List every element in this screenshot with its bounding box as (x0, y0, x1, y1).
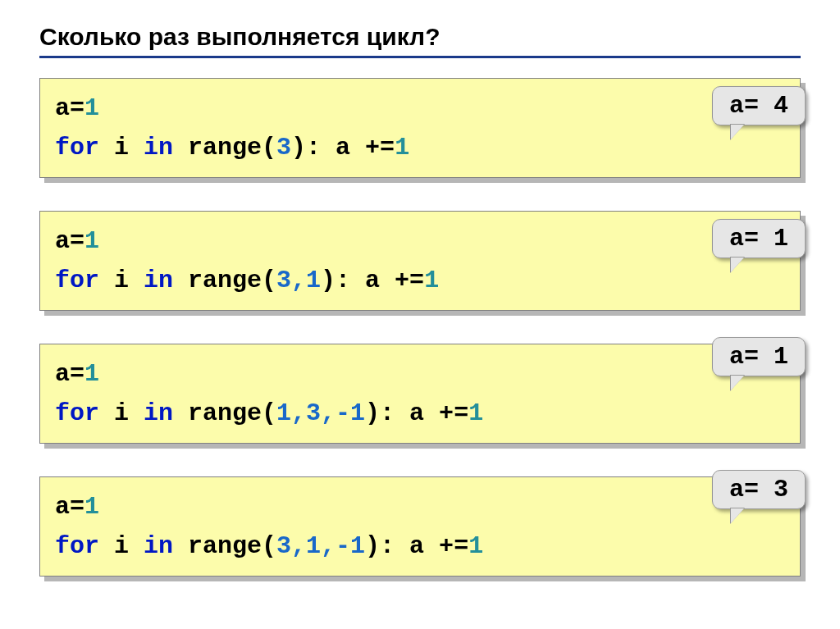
example-block: a=1 for i in range(3,1,-1): a +=1 a= 3 (39, 476, 801, 577)
code-text: i (99, 134, 144, 162)
code-keyword: for (55, 399, 99, 427)
code-text: range( (173, 399, 276, 427)
code-text: = (70, 227, 84, 255)
code-box: a=1 for i in range(3,1,-1): a +=1 (39, 476, 801, 577)
answer-text: a (729, 225, 744, 253)
code-text: i (99, 399, 144, 427)
page-title: Сколько раз выполняется цикл? (39, 23, 801, 51)
code-line-2: for i in range(3,1,-1): a +=1 (55, 526, 785, 566)
code-text: range( (173, 134, 276, 162)
answer-bubble: a= 3 (712, 470, 806, 509)
code-keyword: in (144, 532, 173, 560)
answer-text: = (744, 476, 759, 504)
code-keyword: in (144, 399, 173, 427)
code-number: 3,1 (276, 267, 321, 294)
code-line-1: a=1 (55, 354, 785, 394)
code-number: 1 (395, 134, 409, 162)
code-keyword: for (55, 267, 99, 294)
code-line-2: for i in range(3): a +=1 (55, 128, 785, 167)
code-number: 1 (84, 227, 99, 255)
answer-bubble-wrap: a= 4 (712, 86, 806, 125)
code-text: a (55, 94, 70, 122)
answer-value: 4 (759, 92, 788, 120)
answer-text: = (744, 92, 759, 120)
example-block: a=1 for i in range(3,1): a +=1 a= 1 (39, 211, 801, 311)
answer-text: a (729, 476, 744, 504)
code-text: a (55, 360, 70, 388)
code-text: = (70, 94, 84, 122)
code-text: i (99, 532, 144, 560)
code-number: 1 (468, 532, 483, 560)
code-line-1: a=1 (55, 487, 785, 526)
code-line-2: for i in range(1,3,-1): a +=1 (55, 394, 785, 433)
example-block: a=1 for i in range(3): a +=1 a= 4 (39, 78, 801, 178)
code-number: 1 (424, 267, 439, 294)
answer-text: = (744, 343, 759, 371)
code-text: ): a += (365, 399, 468, 427)
code-text: = (70, 493, 84, 521)
code-text: a (55, 493, 70, 521)
code-keyword: for (55, 532, 99, 560)
code-number: 3 (276, 134, 291, 162)
example-block: a=1 for i in range(1,3,-1): a +=1 a= 1 (39, 344, 801, 444)
title-underline (39, 56, 801, 58)
code-line-2: for i in range(3,1): a +=1 (55, 261, 785, 300)
code-line-1: a=1 (55, 221, 785, 261)
code-text: ): a += (365, 532, 468, 560)
code-keyword: for (55, 134, 99, 162)
code-number: 1,3,-1 (276, 399, 365, 427)
code-text: ): a += (321, 267, 424, 294)
code-number: 1 (84, 493, 99, 521)
answer-bubble-wrap: a= 3 (712, 470, 806, 509)
answer-text: = (744, 225, 759, 253)
code-box: a=1 for i in range(3): a +=1 (39, 78, 801, 178)
code-number: 3,1,-1 (276, 532, 365, 560)
answer-bubble: a= 4 (712, 86, 806, 125)
answer-bubble-wrap: a= 1 (712, 337, 806, 376)
answer-bubble: a= 1 (712, 337, 806, 376)
code-text: i (99, 267, 144, 294)
answer-value: 1 (759, 225, 788, 253)
answer-text: a (729, 92, 744, 120)
code-text: ): a += (291, 134, 395, 162)
code-box: a=1 for i in range(3,1): a +=1 (39, 211, 801, 311)
code-box: a=1 for i in range(1,3,-1): a +=1 (39, 344, 801, 444)
code-number: 1 (468, 399, 483, 427)
answer-text: a (729, 343, 744, 371)
code-keyword: in (144, 134, 173, 162)
answer-bubble-wrap: a= 1 (712, 219, 806, 258)
code-line-1: a=1 (55, 89, 785, 128)
answer-bubble: a= 1 (712, 219, 806, 258)
answer-value: 3 (759, 476, 788, 504)
code-text: = (70, 360, 84, 388)
code-text: range( (173, 267, 276, 294)
code-text: range( (173, 532, 276, 560)
code-number: 1 (84, 94, 99, 122)
code-keyword: in (144, 267, 173, 294)
code-text: a (55, 227, 70, 255)
code-number: 1 (84, 360, 99, 388)
answer-value: 1 (759, 343, 788, 371)
